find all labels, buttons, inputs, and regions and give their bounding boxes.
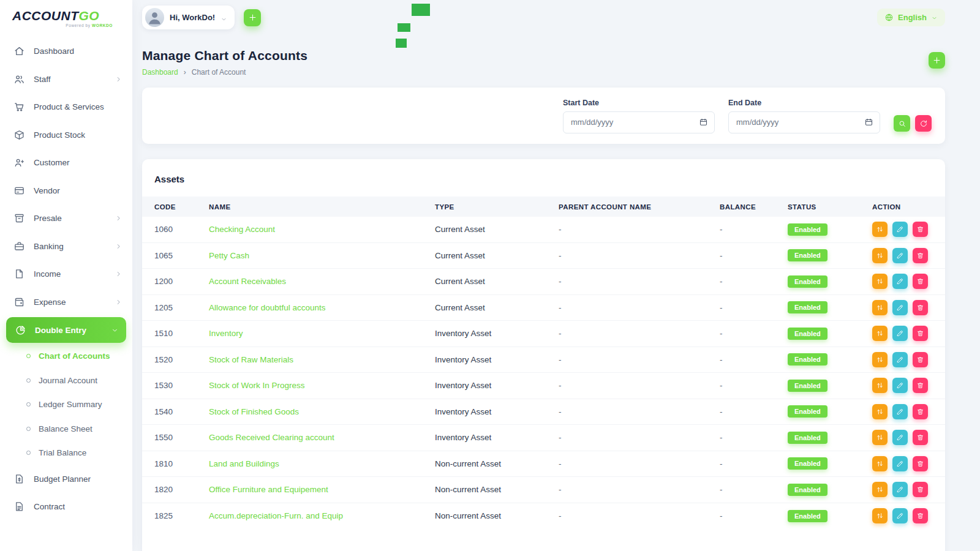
account-name-link[interactable]: Petty Cash	[209, 251, 249, 260]
sidebar-subitem-trial-balance[interactable]: Trial Balance	[0, 441, 132, 465]
end-date-input[interactable]	[735, 117, 861, 127]
delete-button[interactable]	[913, 326, 928, 341]
transfer-button[interactable]	[872, 248, 888, 263]
table-body: 1060 Checking Account Current Asset - - …	[142, 217, 945, 529]
brand-logo[interactable]: ACCOUNTGO Powered by WORKDO	[0, 0, 132, 31]
column-header-status: STATUS	[788, 203, 872, 211]
transfer-button[interactable]	[872, 404, 888, 419]
delete-button[interactable]	[913, 378, 928, 393]
sidebar-item-contract[interactable]: Contract	[0, 493, 132, 521]
status-badge: Enabled	[788, 328, 827, 340]
edit-button[interactable]	[892, 404, 908, 419]
delete-button[interactable]	[913, 482, 928, 497]
account-name-link[interactable]: Office Furniture and Equipement	[209, 485, 328, 494]
sidebar-item-budget-planner[interactable]: Budget Planner	[0, 465, 132, 493]
card-icon	[13, 185, 25, 197]
search-button[interactable]	[894, 115, 910, 132]
user-menu[interactable]: Hi, WorkDo!	[142, 6, 235, 29]
edit-button[interactable]	[892, 274, 908, 289]
account-code: 1060	[154, 225, 209, 234]
accounts-card: Assets CODENAMETYPEPARENT ACCOUNT NAMEBA…	[142, 159, 945, 551]
start-date-input[interactable]	[570, 117, 695, 127]
sidebar-item-customer[interactable]: Customer	[0, 149, 132, 177]
parent-account-name: -	[559, 433, 720, 442]
edit-button[interactable]	[892, 482, 908, 497]
delete-button[interactable]	[913, 222, 928, 237]
edit-button[interactable]	[892, 248, 908, 263]
edit-button[interactable]	[892, 456, 908, 471]
sidebar-subitem-journal-account[interactable]: Journal Account	[0, 369, 132, 393]
sidebar-subitem-chart-of-accounts[interactable]: Chart of Accounts	[0, 344, 132, 369]
delete-button[interactable]	[913, 248, 928, 263]
delete-button[interactable]	[913, 300, 928, 315]
table-row: 1060 Checking Account Current Asset - - …	[142, 217, 945, 243]
transfer-button[interactable]	[872, 456, 888, 471]
delete-button[interactable]	[913, 456, 928, 471]
sidebar-item-vendor[interactable]: Vendor	[0, 177, 132, 205]
status-badge: Enabled	[788, 249, 827, 261]
status-badge: Enabled	[788, 301, 827, 313]
account-balance: -	[720, 485, 788, 494]
transfer-button[interactable]	[872, 222, 888, 237]
transfer-button[interactable]	[872, 300, 888, 315]
filter-card: Start Date End Date	[142, 88, 945, 144]
chevron-down-icon	[221, 14, 227, 21]
account-name-link[interactable]: Account Receivables	[209, 277, 286, 286]
transfer-button[interactable]	[872, 482, 888, 497]
chevron-right-icon	[115, 242, 123, 250]
delete-button[interactable]	[913, 352, 928, 367]
account-type: Current Asset	[435, 251, 559, 260]
edit-button[interactable]	[892, 300, 908, 315]
transfer-button[interactable]	[872, 430, 888, 445]
breadcrumb-current: Chart of Account	[192, 68, 246, 77]
account-type: Non-current Asset	[435, 459, 559, 468]
sidebar-item-double-entry[interactable]: Double Entry	[6, 317, 126, 343]
table-row: 1520 Stock of Raw Materials Inventory As…	[142, 347, 945, 373]
transfer-button[interactable]	[872, 274, 888, 289]
quick-add-button[interactable]	[244, 9, 261, 26]
sidebar-item-expense[interactable]: Expense	[0, 288, 132, 317]
delete-button[interactable]	[913, 404, 928, 419]
reset-button[interactable]	[915, 115, 932, 132]
account-name-link[interactable]: Checking Account	[209, 225, 275, 234]
account-type: Inventory Asset	[435, 433, 559, 442]
edit-button[interactable]	[892, 430, 908, 445]
sidebar-subitem-balance-sheet[interactable]: Balance Sheet	[0, 417, 132, 441]
edit-button[interactable]	[892, 222, 908, 237]
account-name-link[interactable]: Stock of Raw Materials	[209, 355, 293, 364]
row-actions	[872, 378, 933, 393]
sidebar-item-dashboard[interactable]: Dashboard	[0, 37, 132, 66]
edit-button[interactable]	[892, 326, 908, 341]
edit-button[interactable]	[892, 508, 908, 523]
calendar-icon[interactable]	[699, 118, 708, 127]
sidebar-item-banking[interactable]: Banking	[0, 233, 132, 261]
account-name-link[interactable]: Allowance for doubtful accounts	[209, 303, 326, 312]
delete-button[interactable]	[913, 274, 928, 289]
account-name-link[interactable]: Stock of Work In Progress	[209, 381, 305, 390]
account-name-link[interactable]: Stock of Finished Goods	[209, 407, 299, 416]
sidebar-item-presale[interactable]: Presale	[0, 204, 132, 233]
transfer-button[interactable]	[872, 352, 888, 367]
table-row: 1540 Stock of Finished Goods Inventory A…	[142, 399, 945, 425]
account-name-link[interactable]: Land and Buildings	[209, 459, 279, 468]
edit-button[interactable]	[892, 352, 908, 367]
edit-button[interactable]	[892, 378, 908, 393]
create-account-button[interactable]	[929, 52, 945, 69]
end-date-field	[728, 111, 880, 133]
calendar-icon[interactable]	[864, 118, 873, 127]
transfer-button[interactable]	[872, 508, 888, 523]
transfer-button[interactable]	[872, 378, 888, 393]
sidebar-item-product-stock[interactable]: Product Stock	[0, 121, 132, 149]
sidebar-item-product-services[interactable]: Product & Services	[0, 93, 132, 121]
transfer-button[interactable]	[872, 326, 888, 341]
breadcrumb-dashboard-link[interactable]: Dashboard	[142, 68, 178, 77]
account-name-link[interactable]: Goods Received Clearing account	[209, 433, 334, 442]
sidebar-subitem-ledger-summary[interactable]: Ledger Summary	[0, 392, 132, 417]
delete-button[interactable]	[913, 508, 928, 523]
delete-button[interactable]	[913, 430, 928, 445]
account-name-link[interactable]: Inventory	[209, 329, 243, 338]
account-name-link[interactable]: Accum.depreciation-Furn. and Equip	[209, 511, 343, 520]
sidebar-item-staff[interactable]: Staff	[0, 66, 132, 94]
language-selector[interactable]: English	[877, 9, 945, 26]
sidebar-item-income[interactable]: Income	[0, 260, 132, 288]
